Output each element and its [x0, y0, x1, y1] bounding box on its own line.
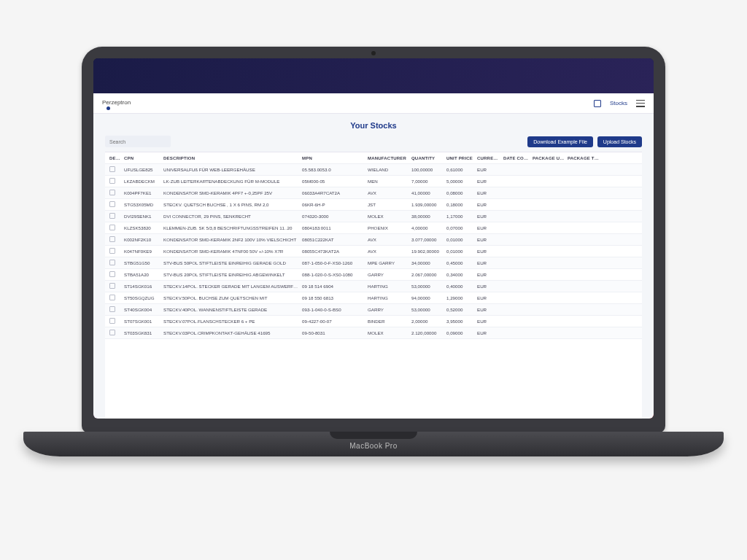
table-body: UFUSLGE825UNIVERSALFUß FÜR WEB-LEERGEHÄU…	[105, 164, 642, 339]
col-manufacturer: MANUFACTURER	[368, 156, 411, 160]
cell-currency: EUR	[477, 284, 503, 289]
table-row[interactable]: K004PF7KE1KONDENSATOR SMD-KERAMIK 4PF7 +…	[105, 187, 642, 199]
cell-description: DVI CONNECTOR, 29 PINS, SENKRECHT	[163, 214, 302, 219]
cell-manufacturer: JST	[368, 202, 411, 207]
cell-description: STECKV.50POL. BUCHSE ZUM QUETSCHEN MIT	[163, 295, 302, 300]
app-shell: Perzeptron Stocks Your Stocks	[93, 58, 654, 419]
cell-description: KONDENSATOR SMD-KERAMIK 47NF00 50V +/-10…	[163, 249, 302, 254]
row-checkbox[interactable]	[109, 190, 115, 195]
row-checkbox[interactable]	[109, 236, 115, 242]
cell-cpn: ST07SGK001	[124, 319, 163, 324]
cell-manufacturer: AVX	[368, 190, 411, 195]
laptop-frame: Perzeptron Stocks Your Stocks	[23, 47, 724, 513]
topbar-right: Stocks	[594, 100, 645, 107]
cell-mpn: 05M000-05	[302, 179, 368, 184]
search-input[interactable]	[105, 136, 171, 147]
cell-manufacturer: MPE GARRY	[368, 260, 411, 265]
device-brand-label: MacBook Pro	[349, 442, 398, 450]
row-checkbox[interactable]	[109, 260, 115, 265]
cell-currency: EUR	[477, 330, 503, 335]
table-row[interactable]: STBA51A20STV-BUS 20POL STIFTLEISTE EINRE…	[105, 269, 642, 281]
table-row[interactable]: DVI29SENK1DVI CONNECTOR, 29 PINS, SENKRE…	[105, 211, 642, 222]
cell-mpn: 09 18 514 6904	[302, 284, 368, 289]
cell-currency: EUR	[477, 225, 503, 230]
stocks-table: DELETE CPN DESCRIPTION MPN MANUFACTURER …	[105, 152, 642, 419]
row-checkbox[interactable]	[109, 213, 115, 219]
table-row[interactable]: ST07SGK001STECKV.07POL.FLANSCHSTECKER 6 …	[105, 316, 642, 327]
cell-quantity: 3.077,00000	[411, 237, 446, 242]
table-row[interactable]: ST03SGK831STECKV.03POL.CRIMPKONTAKT-GEHÄ…	[105, 327, 642, 339]
row-checkbox[interactable]	[109, 271, 115, 277]
cell-manufacturer: AVX	[368, 237, 411, 242]
table-row[interactable]: ST14SGK016STECKV.14POL. STECKER GERADE M…	[105, 281, 642, 292]
table-row[interactable]: K002NF2K10KONDENSATOR SMD-KERAMIK 2NF2 1…	[105, 234, 642, 246]
hamburger-icon[interactable]	[636, 100, 645, 107]
cell-mpn: 09-4227-00-07	[302, 319, 368, 324]
cell-unit-price: 0,07000	[446, 225, 477, 230]
col-description: DESCRIPTION	[163, 156, 302, 160]
cell-quantity: 19.902,00000	[411, 249, 446, 254]
row-checkbox[interactable]	[109, 166, 115, 172]
upload-stocks-button[interactable]: Upload Stocks	[597, 136, 642, 147]
laptop-screen: Perzeptron Stocks Your Stocks	[93, 58, 654, 419]
row-checkbox[interactable]	[109, 318, 115, 324]
table-row[interactable]: ST50SGQZUGSTECKV.50POL. BUCHSE ZUM QUETS…	[105, 292, 642, 304]
cell-description: STV-BUS 50POL STIFTLEISTE EINREIHIG GERA…	[163, 260, 302, 265]
table-row[interactable]: KLZSK53820KLEMMEN-ZUB. SK 5/3,8 BESCHRIF…	[105, 222, 642, 234]
cell-manufacturer: PHOENIX	[368, 225, 411, 230]
cell-quantity: 94,00000	[411, 295, 446, 300]
row-checkbox[interactable]	[109, 283, 115, 289]
cell-unit-price: 0,08000	[446, 190, 477, 195]
cell-quantity: 53,00000	[411, 284, 446, 289]
cell-mpn: 087-1-050-0-F-XS0-1260	[302, 260, 368, 265]
row-checkbox[interactable]	[109, 248, 115, 254]
app-logo: Perzeptron	[102, 99, 131, 107]
cell-cpn: UFUSLGE825	[124, 167, 163, 172]
table-row[interactable]: K047NF0KE9KONDENSATOR SMD-KERAMIK 47NF00…	[105, 246, 642, 257]
cell-quantity: 34,00000	[411, 260, 446, 265]
cell-mpn: 0804183:0011	[302, 225, 368, 230]
cell-manufacturer: BINDER	[368, 319, 411, 324]
app-topbar: Perzeptron Stocks	[93, 93, 654, 114]
cell-mpn: 09-50-8031	[302, 330, 368, 335]
download-example-button[interactable]: Download Example File	[527, 136, 593, 147]
cell-mpn: 09 18 550 6813	[302, 295, 368, 300]
cell-unit-price: 0,61000	[446, 167, 477, 172]
cell-mpn: 08055C473KAT2A	[302, 249, 368, 254]
nav-stocks[interactable]: Stocks	[610, 100, 627, 106]
button-group: Download Example File Upload Stocks	[527, 136, 642, 147]
cell-description: STECKV.40POL. WANNENSTIFTLEISTE GERADE	[163, 307, 302, 312]
cell-manufacturer: HARTING	[368, 284, 411, 289]
row-checkbox[interactable]	[109, 295, 115, 300]
cell-description: UNIVERSALFUß FÜR WEB-LEERGEHÄUSE	[163, 167, 302, 172]
cell-manufacturer: MOLEX	[368, 214, 411, 219]
cell-description: KONDENSATOR SMD-KERAMIK 4PF7 +-0,25PF 25…	[163, 190, 302, 195]
cell-currency: EUR	[477, 179, 503, 184]
controls-row: Download Example File Upload Stocks	[105, 136, 642, 147]
row-checkbox[interactable]	[109, 201, 115, 207]
cell-quantity: 4,00000	[411, 225, 446, 230]
cell-cpn: K004PF7KE1	[124, 190, 163, 195]
col-quantity: QUANTITY	[411, 156, 446, 160]
cell-currency: EUR	[477, 307, 503, 312]
cell-unit-price: 0,01000	[446, 249, 477, 254]
content-area: Your Stocks Download Example File Upload…	[93, 114, 654, 419]
col-unit-price: UNIT PRICE	[446, 156, 477, 160]
cell-manufacturer: GARRY	[368, 272, 411, 277]
cell-cpn: ST14SGK016	[124, 284, 163, 289]
row-checkbox[interactable]	[109, 330, 115, 335]
cell-manufacturer: AVX	[368, 249, 411, 254]
trackpad-notch	[330, 432, 417, 439]
row-checkbox[interactable]	[109, 178, 115, 184]
cell-quantity: 2.067,00000	[411, 272, 446, 277]
row-checkbox[interactable]	[109, 306, 115, 312]
table-row[interactable]: ST40SGK004STECKV.40POL. WANNENSTIFTLEIST…	[105, 304, 642, 316]
table-row[interactable]: UFUSLGE825UNIVERSALFUß FÜR WEB-LEERGEHÄU…	[105, 164, 642, 176]
table-row[interactable]: STBG51G50STV-BUS 50POL STIFTLEISTE EINRE…	[105, 257, 642, 269]
table-row[interactable]: STG53X05MDSTECKV. QUETSCH BUCHSE , 1 X 6…	[105, 199, 642, 211]
cell-quantity: 100,00000	[411, 167, 446, 172]
col-mpn: MPN	[302, 156, 368, 160]
table-row[interactable]: LKZABDECKMLK-ZUB LEITERKARTENABDECKUNG F…	[105, 176, 642, 187]
row-checkbox[interactable]	[109, 225, 115, 230]
col-package-type: PACKAGE TYPE	[568, 156, 603, 160]
